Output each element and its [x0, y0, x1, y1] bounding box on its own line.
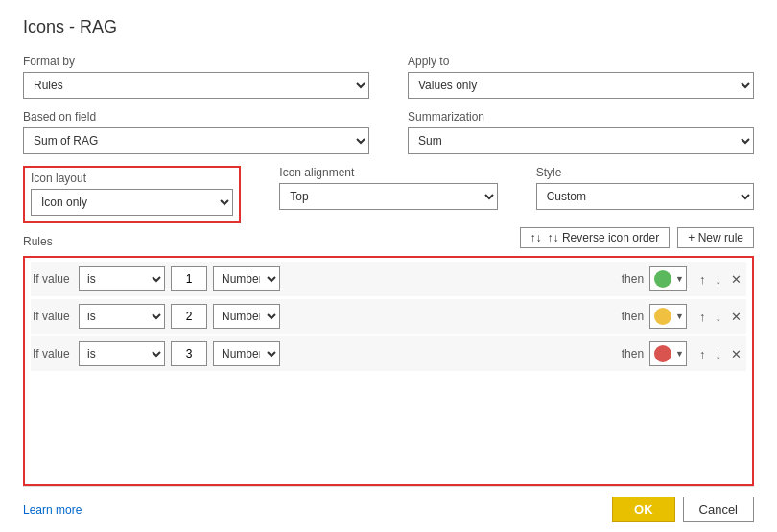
rule-actions-1: ↑ ↓ ✕ [696, 271, 744, 288]
then-label-2: then [622, 310, 644, 323]
if-value-label-2: If value [33, 310, 73, 323]
rule-delete-btn-1[interactable]: ✕ [728, 271, 744, 288]
rule-type-1[interactable]: Number Percent [213, 266, 280, 291]
rule-row: If value is is not is greater than is le… [31, 299, 746, 334]
rule-down-btn-2[interactable]: ↓ [713, 309, 725, 325]
rule-condition-1[interactable]: is is not is greater than is less than [79, 266, 165, 291]
rule-value-1[interactable] [171, 266, 207, 291]
rule-icon-btn-1[interactable]: ▼ [649, 266, 687, 291]
rule-down-btn-3[interactable]: ↓ [713, 346, 725, 362]
icon-alignment-group: Icon alignment Top Middle Bottom [279, 166, 497, 212]
cancel-button[interactable]: Cancel [683, 497, 754, 522]
reverse-icon-label: ↑↓ Reverse icon order [548, 231, 660, 244]
rules-container: If value is is not is greater than is le… [23, 256, 754, 486]
rule-icon-btn-3[interactable]: ▼ [649, 341, 687, 366]
apply-to-label: Apply to [408, 55, 754, 68]
format-by-group: Format by Rules Color scale Field value [23, 55, 369, 99]
based-on-field-group: Based on field Sum of RAG [23, 110, 369, 154]
style-select[interactable]: Custom Traffic Light Shapes [536, 183, 754, 210]
new-rule-button[interactable]: + New rule [677, 227, 754, 248]
style-group: Style Custom Traffic Light Shapes [536, 166, 754, 212]
icon-dropdown-arrow-2: ▼ [675, 312, 684, 321]
rule-type-2[interactable]: Number Percent [213, 304, 280, 329]
based-on-field-select[interactable]: Sum of RAG [23, 127, 369, 154]
rules-label: Rules [23, 235, 53, 248]
page-title: Icons - RAG [23, 17, 754, 37]
rule-down-btn-1[interactable]: ↓ [713, 271, 725, 288]
icon-alignment-label: Icon alignment [279, 166, 497, 179]
rule-row: If value is is not is greater than is le… [31, 262, 746, 296]
red-circle-icon [654, 345, 671, 362]
rule-icon-btn-2[interactable]: ▼ [649, 304, 687, 329]
rule-condition-3[interactable]: is is not is greater than is less than [79, 341, 165, 366]
rule-row: If value is is not is greater than is le… [31, 336, 746, 371]
then-label-1: then [622, 272, 644, 286]
rules-toolbar: ↑↓ ↑↓ Reverse icon order + New rule [520, 227, 754, 248]
reverse-icon-order-button[interactable]: ↑↓ ↑↓ Reverse icon order [520, 227, 671, 248]
if-value-label-3: If value [33, 347, 73, 360]
yellow-circle-icon [654, 308, 671, 325]
rule-up-btn-1[interactable]: ↑ [696, 271, 709, 288]
summarization-select[interactable]: Sum Average Min Max [408, 127, 754, 154]
rule-value-2[interactable] [171, 304, 207, 329]
rule-up-btn-3[interactable]: ↑ [696, 346, 709, 362]
style-label: Style [536, 166, 754, 179]
rule-delete-btn-2[interactable]: ✕ [728, 309, 744, 325]
icon-dropdown-arrow-3: ▼ [675, 349, 684, 359]
rule-actions-2: ↑ ↓ ✕ [696, 309, 744, 325]
icon-layout-group: Icon layout Icon only Icon and text Text… [23, 166, 241, 223]
summarization-label: Summarization [408, 110, 754, 124]
ok-button[interactable]: OK [612, 497, 675, 522]
format-by-label: Format by [23, 55, 369, 68]
footer-buttons: OK Cancel [612, 497, 754, 522]
icon-layout-label: Icon layout [31, 172, 233, 185]
apply-to-group: Apply to Values only Background Font col… [408, 55, 754, 99]
learn-more-link[interactable]: Learn more [23, 503, 82, 517]
icon-layout-select[interactable]: Icon only Icon and text Text only [31, 189, 233, 216]
if-value-label-1: If value [33, 272, 73, 286]
apply-to-select[interactable]: Values only Background Font color [408, 72, 754, 99]
rule-condition-2[interactable]: is is not is greater than is less than [79, 304, 165, 329]
based-on-field-label: Based on field [23, 110, 369, 124]
icon-dropdown-arrow-1: ▼ [675, 274, 684, 284]
new-rule-label: + New rule [688, 231, 743, 244]
footer: Learn more OK Cancel [23, 486, 754, 522]
summarization-group: Summarization Sum Average Min Max [408, 110, 754, 154]
rule-delete-btn-3[interactable]: ✕ [728, 346, 744, 362]
rule-actions-3: ↑ ↓ ✕ [696, 346, 744, 362]
rule-value-3[interactable] [171, 341, 207, 366]
format-by-select[interactable]: Rules Color scale Field value [23, 72, 369, 99]
green-circle-icon [654, 270, 671, 288]
rule-type-3[interactable]: Number Percent [213, 341, 280, 366]
icon-alignment-select[interactable]: Top Middle Bottom [279, 183, 497, 210]
reverse-icon-icon: ↑↓ [530, 231, 542, 244]
rule-up-btn-2[interactable]: ↑ [696, 309, 709, 325]
then-label-3: then [622, 347, 644, 360]
